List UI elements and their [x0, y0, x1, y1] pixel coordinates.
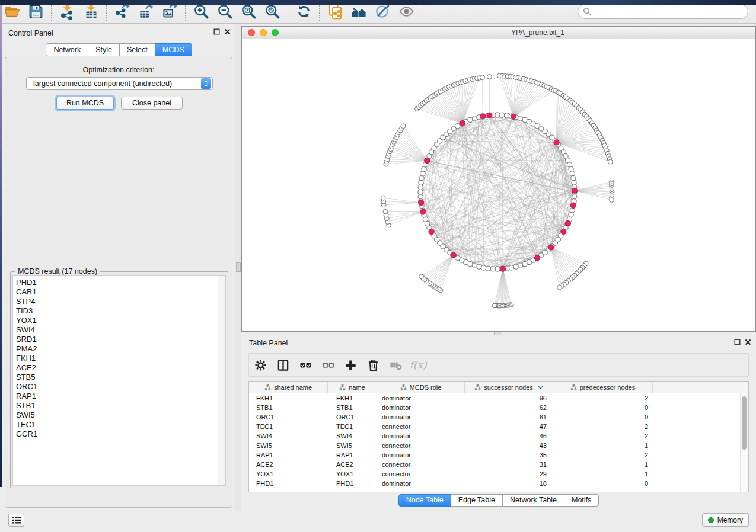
- table-row[interactable]: YOX1YOX1connector291: [249, 469, 748, 479]
- table-scrollbar[interactable]: [740, 393, 748, 492]
- column-header-shared-name[interactable]: shared name: [249, 382, 328, 393]
- table-row[interactable]: PHD1PHD1dominator180: [249, 479, 748, 488]
- mcds-result-item[interactable]: SRD1: [16, 335, 225, 344]
- network-node[interactable]: [570, 208, 575, 213]
- network-node[interactable]: [418, 185, 423, 190]
- network-node[interactable]: [486, 266, 490, 271]
- network-node[interactable]: [481, 265, 486, 270]
- column-header-successor-nodes[interactable]: successor nodes: [465, 382, 553, 393]
- mcds-result-item[interactable]: CAR1: [16, 287, 225, 297]
- tab-mcds[interactable]: MCDS: [155, 43, 192, 56]
- network-node[interactable]: [420, 171, 425, 176]
- mcds-result-item[interactable]: ORC1: [16, 382, 225, 392]
- tab-node-table[interactable]: Node Table: [398, 494, 451, 507]
- network-node[interactable]: [419, 274, 424, 279]
- mcds-node[interactable]: [419, 200, 424, 206]
- mcds-result-item[interactable]: GCR1: [16, 430, 225, 439]
- network-node[interactable]: [518, 263, 523, 268]
- float-panel-icon[interactable]: [734, 339, 741, 345]
- column-header-predecessor-nodes[interactable]: predecessor nodes: [553, 382, 653, 393]
- close-window-icon[interactable]: [248, 29, 255, 36]
- mcds-node[interactable]: [460, 121, 465, 126]
- column-header-name[interactable]: name: [328, 382, 377, 393]
- deselect-all-rows-button[interactable]: [317, 355, 339, 375]
- mcds-node[interactable]: [429, 229, 434, 234]
- network-node[interactable]: [610, 198, 614, 203]
- table-settings-button[interactable]: [249, 355, 272, 375]
- network-node[interactable]: [569, 166, 573, 171]
- tab-network-table[interactable]: Network Table: [503, 494, 564, 507]
- mcds-result-item[interactable]: STB5: [16, 373, 225, 382]
- delete-table-button[interactable]: [384, 355, 407, 375]
- delete-column-button[interactable]: [362, 355, 384, 375]
- minimize-window-icon[interactable]: [260, 29, 267, 36]
- network-node[interactable]: [608, 159, 613, 164]
- show-tasks-button[interactable]: [8, 514, 24, 527]
- memory-button[interactable]: Memory: [702, 513, 749, 527]
- mcds-result-item[interactable]: SWI5: [16, 411, 225, 420]
- network-node[interactable]: [487, 75, 492, 79]
- network-node[interactable]: [480, 75, 485, 80]
- table-scrollbar-thumb[interactable]: [742, 396, 747, 450]
- mcds-node[interactable]: [534, 255, 540, 261]
- network-node[interactable]: [490, 267, 495, 271]
- create-column-button[interactable]: [339, 355, 362, 375]
- network-node[interactable]: [419, 176, 424, 181]
- tab-network[interactable]: Network: [46, 43, 88, 56]
- mcds-node[interactable]: [554, 140, 559, 145]
- mcds-result-item[interactable]: TID3: [16, 306, 225, 316]
- network-node[interactable]: [401, 124, 406, 129]
- tab-style[interactable]: Style: [88, 43, 120, 56]
- network-node[interactable]: [383, 209, 388, 214]
- column-header-mcds-role[interactable]: MCDS role: [377, 382, 465, 393]
- mcds-result-item[interactable]: STB1: [16, 401, 225, 411]
- mcds-node[interactable]: [565, 220, 570, 226]
- network-node[interactable]: [505, 113, 509, 118]
- close-panel-icon[interactable]: [224, 28, 231, 35]
- mcds-result-item[interactable]: STP4: [16, 297, 225, 306]
- mcds-result-item[interactable]: FKH1: [16, 354, 225, 363]
- mcds-node[interactable]: [500, 266, 506, 271]
- network-node[interactable]: [509, 265, 513, 270]
- close-panel-icon[interactable]: [745, 339, 751, 345]
- select-all-rows-button[interactable]: [294, 355, 317, 375]
- network-canvas[interactable]: [242, 39, 755, 331]
- network-node[interactable]: [477, 264, 481, 269]
- function-builder-button[interactable]: f(x): [407, 355, 429, 375]
- mcds-node[interactable]: [487, 113, 492, 118]
- optimization-criterion-select[interactable]: largest connected component (undirected): [26, 77, 213, 90]
- tab-select[interactable]: Select: [120, 43, 155, 56]
- mcds-node[interactable]: [425, 158, 430, 164]
- network-node[interactable]: [572, 180, 576, 185]
- mcds-node[interactable]: [420, 209, 426, 214]
- network-node[interactable]: [419, 180, 423, 185]
- table-row[interactable]: STB1STB1dominator620: [249, 403, 748, 412]
- network-window-titlebar[interactable]: YPA_prune.txt_1: [242, 27, 755, 39]
- mcds-result-item[interactable]: YOX1: [16, 316, 225, 325]
- mcds-result-item[interactable]: RAP1: [16, 392, 225, 401]
- table-row[interactable]: RAP1RAP1dominator352: [249, 450, 748, 460]
- float-panel-icon[interactable]: [213, 28, 220, 35]
- table-row[interactable]: TEC1TEC1connector472: [249, 422, 748, 431]
- close-panel-button[interactable]: Close panel: [121, 97, 183, 110]
- mcds-result-item[interactable]: PMA2: [16, 344, 225, 354]
- network-node[interactable]: [418, 194, 423, 199]
- mcds-node[interactable]: [572, 188, 577, 193]
- search-input[interactable]: [578, 4, 748, 19]
- network-node[interactable]: [495, 113, 500, 117]
- network-node[interactable]: [381, 196, 385, 200]
- mcds-result-item[interactable]: TEC1: [16, 420, 225, 430]
- mcds-result-item[interactable]: PHD1: [16, 278, 225, 287]
- tab-motifs[interactable]: Motifs: [564, 494, 599, 507]
- network-node[interactable]: [513, 264, 518, 269]
- mcds-result-item[interactable]: ACE2: [16, 363, 225, 373]
- mcds-result-item[interactable]: SWI4: [16, 325, 225, 335]
- table-row[interactable]: FKH1FKH1dominator962: [249, 393, 748, 403]
- network-node[interactable]: [472, 116, 477, 121]
- show-columns-button[interactable]: [272, 355, 294, 375]
- mcds-node[interactable]: [451, 252, 456, 258]
- network-node[interactable]: [571, 176, 576, 181]
- splitter-grip[interactable]: [236, 262, 241, 272]
- mcds-node[interactable]: [561, 229, 566, 234]
- network-node[interactable]: [572, 194, 577, 199]
